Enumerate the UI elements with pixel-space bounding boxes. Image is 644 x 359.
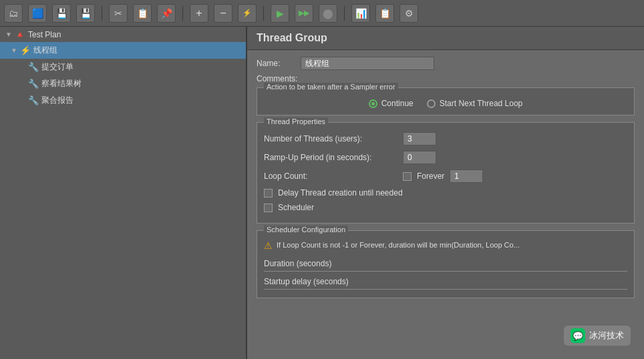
- warning-text: If Loop Count is not -1 or Forever, dura…: [277, 240, 520, 250]
- warning-row: ⚠ If Loop Count is not -1 or Forever, du…: [264, 240, 627, 251]
- scheduler-checkbox[interactable]: [264, 204, 273, 212]
- warning-icon: ⚠: [264, 240, 273, 251]
- sampler-error-box: Action to be taken after a Sampler error…: [257, 87, 635, 115]
- sep3: [263, 6, 264, 21]
- thread-group-icon: ⚡: [20, 45, 31, 55]
- thread-properties-box: Thread Properties Number of Threads (use…: [257, 122, 635, 224]
- tb-runall-btn[interactable]: ▶▶: [295, 4, 313, 23]
- tree-label-view-results: 察看结果树: [41, 78, 82, 89]
- submit-order-icon: 🔧: [28, 62, 39, 72]
- name-input[interactable]: [301, 57, 434, 70]
- thread-properties-content: Number of Threads (users): Ramp-Up Perio…: [257, 123, 634, 223]
- toolbar: 🗂 🟦 💾 💾 ✂ 📋 📌 + − ⚡ ▶ ▶▶ ⬤ 📊 📋 ⚙: [0, 0, 644, 27]
- tree-item-aggregate[interactable]: 🔧 聚合报告: [0, 92, 246, 109]
- sampler-error-title: Action to be taken after a Sampler error: [264, 83, 398, 91]
- tb-remove-btn[interactable]: −: [214, 4, 232, 23]
- delay-label: Delay Thread creation until needed: [278, 188, 403, 198]
- startup-label: Startup delay (seconds): [264, 277, 349, 286]
- startup-row: Startup delay (seconds): [264, 274, 627, 290]
- tree-label-thread-group: 线程组: [33, 45, 57, 56]
- tree-item-test-plan[interactable]: ▼ 🔺 Test Plan: [0, 27, 246, 42]
- duration-row: Duration (seconds): [264, 256, 627, 272]
- comments-row: Comments:: [257, 74, 635, 83]
- sep4: [344, 6, 345, 21]
- tb-open-btn[interactable]: 🟦: [28, 4, 47, 23]
- tree-item-submit-order[interactable]: 🔧 提交订单: [0, 59, 246, 75]
- tree-item-view-results[interactable]: 🔧 察看结果树: [0, 75, 246, 92]
- thread-properties-title: Thread Properties: [264, 117, 328, 125]
- tb-copy-btn[interactable]: 📋: [133, 4, 152, 23]
- scheduler-config-title: Scheduler Configuration: [264, 226, 348, 234]
- threads-row: Number of Threads (users):: [264, 132, 627, 145]
- tree-arrow-test-plan: ▼: [5, 31, 12, 38]
- sampler-error-content: Continue Start Next Thread Loop: [257, 88, 634, 115]
- comments-label: Comments:: [257, 74, 297, 83]
- threads-input[interactable]: [403, 132, 436, 145]
- delay-checkbox[interactable]: [264, 189, 273, 198]
- radio-continue-input[interactable]: [369, 99, 377, 108]
- scheduler-config-content: ⚠ If Loop Count is not -1 or Forever, du…: [257, 231, 634, 298]
- scheduler-label: Scheduler: [278, 203, 314, 212]
- tree-label-test-plan: Test Plan: [28, 30, 61, 39]
- tree-arrow-thread-group: ▼: [11, 47, 17, 54]
- tree-label-submit-order: 提交订单: [41, 61, 73, 73]
- tb-stop-btn[interactable]: ⬤: [319, 4, 337, 23]
- rampup-row: Ramp-Up Period (in seconds):: [264, 151, 627, 164]
- loop-row: Loop Count: Forever: [264, 169, 627, 183]
- threads-label: Number of Threads (users):: [264, 134, 397, 143]
- rampup-input[interactable]: [403, 151, 436, 164]
- tb-paste-btn[interactable]: 📌: [157, 4, 176, 23]
- left-panel: ▼ 🔺 Test Plan ▼ ⚡ 线程组 🔧 提交订单 🔧 察看结果树 🔧 聚…: [0, 27, 247, 359]
- delay-row: Delay Thread creation until needed: [264, 188, 627, 198]
- scheduler-row: Scheduler: [264, 203, 627, 212]
- name-row: Name:: [257, 57, 635, 70]
- tb-add-btn[interactable]: +: [190, 4, 208, 23]
- panel-title: Thread Group: [257, 32, 327, 43]
- forever-checkbox[interactable]: [403, 172, 412, 181]
- tb-new-btn[interactable]: 🗂: [4, 4, 23, 23]
- test-plan-icon: 🔺: [15, 29, 25, 39]
- tb-save-btn[interactable]: 💾: [52, 4, 71, 23]
- scheduler-config-box: Scheduler Configuration ⚠ If Loop Count …: [257, 230, 635, 298]
- loop-input[interactable]: [450, 169, 483, 183]
- tb-clear-btn[interactable]: ⚡: [238, 4, 257, 23]
- rampup-label: Ramp-Up Period (in seconds):: [264, 153, 397, 162]
- view-results-icon: 🔧: [28, 79, 39, 89]
- forever-label: Forever: [417, 171, 444, 181]
- tree-label-aggregate: 聚合报告: [41, 95, 73, 106]
- radio-start-next-input[interactable]: [427, 99, 436, 108]
- radio-continue-label: Continue: [381, 99, 414, 108]
- panel-header: Thread Group: [247, 27, 644, 50]
- loop-label: Loop Count:: [264, 171, 397, 181]
- radio-start-next: Start Next Thread Loop: [427, 99, 523, 108]
- main-area: ▼ 🔺 Test Plan ▼ ⚡ 线程组 🔧 提交订单 🔧 察看结果树 🔧 聚…: [0, 27, 644, 359]
- tb-run-btn[interactable]: ▶: [271, 4, 289, 23]
- aggregate-icon: 🔧: [28, 95, 39, 105]
- sep2: [182, 6, 183, 21]
- tb-settings-btn[interactable]: ⚙: [399, 4, 418, 23]
- tb-report-btn[interactable]: 📊: [351, 4, 370, 23]
- right-panel: Thread Group Name: Comments: Action to b…: [247, 27, 644, 359]
- tb-cut-btn[interactable]: ✂: [109, 4, 128, 23]
- tb-log-btn[interactable]: 📋: [375, 4, 394, 23]
- radio-start-next-label: Start Next Thread Loop: [440, 99, 523, 108]
- name-label: Name:: [257, 59, 297, 68]
- sep1: [102, 6, 102, 21]
- tree-item-thread-group[interactable]: ▼ ⚡ 线程组: [0, 42, 246, 59]
- form-body: Name: Comments: Action to be taken after…: [247, 50, 644, 312]
- radio-continue: Continue: [369, 99, 414, 108]
- tb-saveas-btn[interactable]: 💾: [76, 4, 95, 23]
- duration-label: Duration (seconds): [264, 259, 331, 268]
